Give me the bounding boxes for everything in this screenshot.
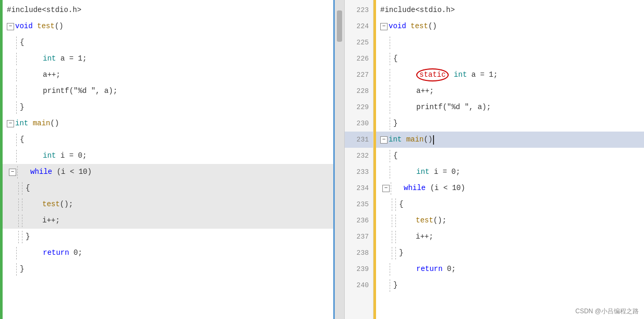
text-cursor <box>433 135 434 145</box>
line-num: 235 <box>345 196 373 212</box>
code-line: − while (i < 10) <box>376 180 644 196</box>
line-num: 236 <box>345 212 373 229</box>
fold-minus[interactable]: − <box>7 23 14 30</box>
code-line: i++; <box>3 212 335 229</box>
code-line: − void test() <box>3 18 335 34</box>
code-line: } <box>3 99 335 115</box>
blue-separator <box>333 0 335 319</box>
line-num: 232 <box>345 148 373 164</box>
code-line: { <box>376 196 644 212</box>
main-container: #include<stdio.h> − void test() { int a … <box>0 0 644 319</box>
scrollbar-thumb[interactable] <box>337 10 342 42</box>
line-num: 223 <box>345 2 373 18</box>
fold-minus[interactable]: − <box>9 169 16 176</box>
code-line: − void test() <box>376 18 644 34</box>
line-num: 234 <box>345 180 373 196</box>
line-num: 230 <box>345 115 373 132</box>
line-num: 229 <box>345 99 373 115</box>
code-line: #include<stdio.h> <box>3 2 335 18</box>
line-num: 237 <box>345 229 373 245</box>
code-line: a++; <box>3 67 335 83</box>
line-num: 227 <box>345 67 373 83</box>
editor-left: #include<stdio.h> − void test() { int a … <box>0 0 345 319</box>
code-line <box>376 34 644 51</box>
code-line: { <box>3 180 335 196</box>
code-line: } <box>376 277 644 293</box>
left-code-area[interactable]: #include<stdio.h> − void test() { int a … <box>3 0 335 319</box>
code-line: − int main() <box>376 132 644 148</box>
code-line: } <box>3 229 335 245</box>
code-line: int i = 0; <box>376 164 644 180</box>
line-num: 231 <box>345 132 373 148</box>
code-line: #include<stdio.h> <box>376 2 644 18</box>
line-num: 226 <box>345 51 373 67</box>
code-line: { <box>3 34 335 51</box>
code-line: int i = 0; <box>3 148 335 164</box>
code-line: } <box>3 261 335 277</box>
editor-right: 223 224 225 226 227 228 229 230 231 232 … <box>345 0 644 319</box>
code-line: { <box>376 51 644 67</box>
fold-minus[interactable]: − <box>7 120 14 127</box>
line-num: 224 <box>345 18 373 34</box>
code-line: static int a = 1; <box>376 67 644 83</box>
line-num: 239 <box>345 261 373 277</box>
line-num: 240 <box>345 277 373 293</box>
fold-minus[interactable]: − <box>380 23 388 30</box>
code-line: } <box>376 115 644 132</box>
code-line: return 0; <box>376 261 644 277</box>
code-line: return 0; <box>3 245 335 261</box>
line-numbers: 223 224 225 226 227 228 229 230 231 232 … <box>345 0 373 319</box>
code-line: − while (i < 10) <box>3 164 335 180</box>
fold-minus[interactable]: − <box>382 185 390 192</box>
code-line: printf("%d ", a); <box>3 83 335 99</box>
line-num: 238 <box>345 245 373 261</box>
code-line: { <box>376 148 644 164</box>
code-line: int a = 1; <box>3 51 335 67</box>
line-num: 228 <box>345 83 373 99</box>
fold-minus[interactable]: − <box>380 136 388 144</box>
code-line: − int main() <box>3 115 335 132</box>
code-line: { <box>3 132 335 148</box>
line-num: 225 <box>345 34 373 51</box>
right-code-area[interactable]: #include<stdio.h> − void test() { <box>376 0 644 319</box>
watermark: CSDN @小吕编程之路 <box>575 307 639 316</box>
code-line: a++; <box>376 83 644 99</box>
left-scrollbar[interactable] <box>335 0 344 319</box>
code-line: } <box>376 245 644 261</box>
code-line: test(); <box>376 212 644 229</box>
line-num: 233 <box>345 164 373 180</box>
code-line: i++; <box>376 229 644 245</box>
code-line: printf("%d ", a); <box>376 99 644 115</box>
code-line: test(); <box>3 196 335 212</box>
